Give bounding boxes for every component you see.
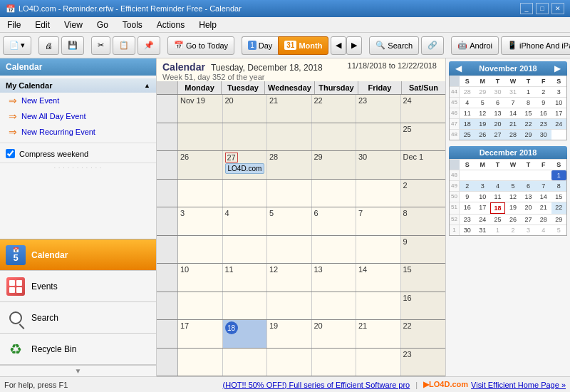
new-all-day-event-link[interactable]: ⇒ New All Day Event [0, 108, 156, 124]
mini-day-cell[interactable]: 20 [521, 202, 536, 214]
calendar-day-cell[interactable]: 8 [401, 207, 446, 235]
mini-day-cell[interactable]: 10 [551, 98, 566, 108]
calendar-day-cell[interactable]: 22 [312, 95, 357, 123]
mini-cal-next[interactable]: ▶ [552, 63, 563, 73]
calendar-day-cell[interactable] [178, 123, 223, 151]
calendar-day-cell[interactable]: 14 [356, 264, 401, 292]
mini-day-cell[interactable]: 17 [475, 202, 489, 214]
mini-day-cell[interactable]: 22 [551, 202, 566, 214]
calendar-day-cell[interactable] [223, 236, 268, 264]
mini-day-cell[interactable] [490, 170, 505, 180]
mini-day-cell[interactable]: 4 [490, 181, 505, 191]
calendar-day-cell[interactable] [223, 349, 268, 376]
mini-day-cell[interactable]: 19 [475, 119, 489, 129]
calendar-day-cell[interactable]: 29 [312, 151, 357, 179]
calendar-day-cell[interactable] [312, 123, 357, 151]
mini-day-cell[interactable]: 9 [536, 98, 551, 108]
mini-day-cell[interactable]: 4 [460, 98, 475, 108]
mini-day-cell[interactable]: 12 [475, 108, 489, 118]
calendar-day-cell[interactable] [312, 292, 357, 320]
mini-day-cell[interactable]: 27 [521, 215, 536, 225]
mini-day-cell[interactable]: 30 [490, 87, 505, 97]
mini-day-cell[interactable]: 6 [490, 98, 505, 108]
save-button[interactable]: 💾 [61, 36, 84, 55]
mini-day-cell[interactable] [460, 170, 475, 180]
mini-day-cell[interactable]: 6 [521, 181, 536, 191]
sidebar-item-calendar[interactable]: 📅 5 Calendar [0, 239, 156, 271]
mini-day-cell[interactable]: 15 [551, 192, 566, 202]
copy-button[interactable]: 📋 [113, 36, 135, 55]
mini-day-cell[interactable]: 31 [475, 225, 489, 235]
mini-day-cell[interactable]: 9 [460, 192, 475, 202]
mini-day-cell[interactable]: 1 [521, 87, 536, 97]
mini-day-cell[interactable]: 27 [490, 130, 505, 140]
mini-day-cell[interactable]: 19 [505, 202, 520, 214]
calendar-day-cell[interactable]: 25 [401, 123, 446, 151]
mini-day-cell[interactable]: 21 [505, 119, 520, 129]
calendar-day-cell[interactable] [178, 349, 223, 376]
calendar-day-cell[interactable]: 3 [178, 207, 223, 235]
calendar-day-cell[interactable]: 11 [223, 264, 268, 292]
compress-weekend-checkbox[interactable] [6, 149, 15, 158]
mini-day-cell[interactable]: 1 [490, 225, 505, 235]
prev-button[interactable]: ◀ [331, 36, 346, 55]
android-button[interactable]: 🤖 Androi [451, 36, 499, 55]
mini-day-cell[interactable]: 13 [490, 108, 505, 118]
search-button[interactable]: 🔍 Search [369, 36, 419, 55]
calendar-day-cell[interactable] [356, 292, 401, 320]
calendar-day-cell[interactable] [312, 349, 357, 376]
close-button[interactable]: ✕ [551, 3, 564, 14]
calendar-day-cell[interactable] [356, 123, 401, 151]
new-recurring-event-link[interactable]: ⇒ New Recurring Event [0, 124, 156, 140]
sidebar-item-search[interactable]: Search [0, 302, 156, 334]
mini-day-cell[interactable]: 20 [490, 119, 505, 129]
calendar-day-cell[interactable]: 7 [356, 207, 401, 235]
calendar-day-cell[interactable]: 18 [223, 320, 268, 348]
new-button[interactable]: 📄 ▾ [3, 36, 31, 55]
calendar-day-cell[interactable]: 6 [312, 207, 357, 235]
calendar-day-cell[interactable]: 23 [401, 349, 446, 376]
next-button[interactable]: ▶ [346, 36, 362, 55]
iphone-button[interactable]: 📱 iPhone And iPa [501, 36, 570, 55]
menu-tools[interactable]: Tools [118, 19, 147, 31]
mini-day-cell[interactable] [551, 130, 566, 140]
new-event-link[interactable]: ⇒ New Event [0, 93, 156, 108]
mini-day-cell[interactable]: 13 [521, 192, 536, 202]
menu-file[interactable]: File [3, 19, 25, 31]
mini-day-cell[interactable]: 18 [490, 202, 505, 214]
mini-day-cell[interactable]: 14 [505, 108, 520, 118]
mini-day-cell[interactable]: 3 [475, 181, 489, 191]
calendar-day-cell[interactable] [178, 180, 223, 207]
mini-day-cell[interactable]: 21 [536, 202, 551, 214]
mini-day-cell[interactable] [475, 170, 489, 180]
calendar-day-cell[interactable] [267, 292, 312, 320]
mini-day-cell[interactable]: 29 [551, 215, 566, 225]
paste-button[interactable]: 📌 [138, 36, 160, 55]
mini-day-cell[interactable] [505, 170, 520, 180]
mini-day-cell[interactable] [536, 170, 551, 180]
mini-day-cell[interactable]: 8 [551, 181, 566, 191]
mini-day-cell[interactable]: 22 [521, 119, 536, 129]
menu-edit[interactable]: Edit [31, 19, 54, 31]
mini-day-cell[interactable]: 8 [521, 98, 536, 108]
mini-day-cell[interactable]: 14 [536, 192, 551, 202]
menu-help[interactable]: Help [195, 19, 221, 31]
mini-cal-prev[interactable]: ◀ [453, 63, 464, 73]
mini-day-cell[interactable]: 16 [460, 202, 475, 214]
mini-day-cell[interactable]: 29 [521, 130, 536, 140]
goto-today-button[interactable]: 📅 Go to Today [167, 36, 234, 55]
calendar-day-cell[interactable] [267, 180, 312, 207]
mini-day-cell[interactable]: 10 [475, 192, 489, 202]
maximize-button[interactable]: □ [536, 3, 549, 14]
mini-day-cell[interactable]: 5 [551, 225, 566, 235]
calendar-day-cell[interactable]: 20 [312, 320, 357, 348]
mini-day-cell[interactable]: 31 [505, 87, 520, 97]
calendar-day-cell[interactable]: 28 [267, 151, 312, 179]
calendar-day-cell[interactable]: 19 [267, 320, 312, 348]
calendar-day-cell[interactable]: 12 [267, 264, 312, 292]
calendar-day-cell[interactable] [312, 180, 357, 207]
sidebar-item-recycle[interactable]: ♻ Recycle Bin [0, 334, 156, 365]
calendar-day-cell[interactable] [223, 180, 268, 207]
mini-day-cell[interactable] [521, 170, 536, 180]
calendar-day-cell[interactable]: 5 [267, 207, 312, 235]
